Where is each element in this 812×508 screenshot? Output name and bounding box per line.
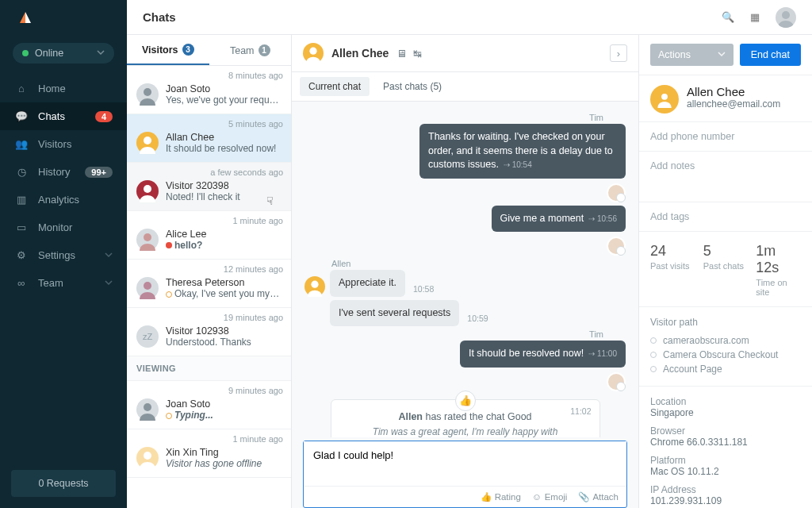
rating-button[interactable]: 👍 Rating — [481, 491, 521, 502]
home-icon: ⌂ — [14, 83, 29, 94]
rating-timestamp: 11:02 — [570, 406, 591, 416]
history-icon: ◷ — [14, 166, 29, 178]
add-tags-field[interactable]: Add tags — [639, 202, 812, 232]
avatar — [136, 180, 159, 202]
search-icon[interactable]: 🔍 — [722, 11, 734, 23]
sender-label: Tim — [304, 329, 626, 339]
nav-visitors-label: Visitors — [38, 138, 71, 150]
avatar — [136, 447, 159, 469]
nav-history-label: History — [38, 166, 70, 178]
nav-analytics-label: Analytics — [38, 194, 79, 206]
chat-item[interactable]: 1 minute ago Alice Leehello? — [127, 211, 291, 260]
rating-card: 👍 11:02 Allen has rated the chat Good Ti… — [331, 399, 600, 438]
chat-name: Xin Xin Ting — [166, 447, 282, 458]
chat-time: 1 minute ago — [232, 434, 283, 444]
requests-button[interactable]: 0 Requests — [11, 470, 116, 497]
message-bubble: Thanks for waiting. I've checked on your… — [419, 124, 626, 179]
apps-icon[interactable]: ▦ — [750, 11, 760, 23]
info-value: 101.239.931.109 — [650, 495, 801, 506]
attach-button[interactable]: 📎 Attach — [578, 491, 619, 502]
chat-name: Joan Soto — [166, 83, 282, 94]
collapse-panel-button[interactable]: › — [610, 44, 627, 62]
gear-icon: ⚙ — [14, 249, 29, 261]
status-label: Online — [35, 48, 63, 59]
info-key: Location — [650, 396, 801, 407]
conv-title: Allen Chee — [331, 47, 389, 60]
message-bubble: I've sent several requests — [330, 300, 459, 327]
subtab-past[interactable]: Past chats (5) — [374, 77, 450, 96]
add-phone-field[interactable]: Add phone number — [639, 122, 812, 152]
nav-monitor-label: Monitor — [38, 221, 72, 233]
visitor-path-item[interactable]: Camera Obscura Checkout — [650, 348, 801, 362]
avatar — [304, 276, 325, 297]
emoji-button[interactable]: ☺ Emoji — [532, 491, 568, 502]
chat-item[interactable]: 5 minutes ago Allan CheeIt should be res… — [127, 114, 291, 163]
chat-icon: 💬 — [14, 110, 29, 122]
tab-team-label: Team — [230, 45, 255, 56]
analytics-icon: ▥ — [14, 194, 29, 206]
info-key: Browser — [650, 425, 801, 437]
chat-name: Visitor 320398 — [166, 180, 282, 191]
chat-preview: Visitor has gone offline — [166, 458, 282, 469]
info-value: Chrome 66.0.3311.181 — [650, 437, 801, 448]
svg-point-8 — [144, 403, 151, 411]
tab-team[interactable]: Team1 — [209, 35, 292, 65]
chevron-down-icon — [718, 49, 726, 60]
chat-item[interactable]: 8 minutes ago Joan SotoYes, we've got yo… — [127, 66, 291, 114]
chat-name: Visitor 102938 — [166, 325, 282, 337]
end-chat-button[interactable]: End chat — [740, 44, 801, 66]
avatar — [303, 43, 324, 64]
message-input[interactable] — [304, 441, 626, 486]
svg-point-11 — [311, 280, 318, 287]
tab-visitors[interactable]: Visitors3 — [127, 35, 209, 65]
chat-item[interactable]: 12 minutes ago Theresa PetersonOkay, I'v… — [127, 260, 291, 308]
svg-point-7 — [144, 282, 151, 290]
message-composer[interactable]: 👍 Rating ☺ Emoji 📎 Attach — [303, 441, 627, 508]
svg-point-6 — [144, 233, 151, 241]
team-icon: ∞ — [14, 277, 29, 289]
stat-value: 1m 12s — [756, 243, 801, 276]
chat-time: 19 minutes ago — [224, 313, 283, 322]
page-title: Chats — [143, 10, 176, 24]
sender-label: Allen — [304, 259, 626, 268]
nav-chats[interactable]: 💬Chats4 — [0, 102, 127, 130]
visitor-email: allenchee@email.com — [687, 98, 780, 110]
svg-marker-0 — [20, 12, 25, 23]
chat-preview: Understood. Thanks — [166, 337, 282, 348]
subtab-current[interactable]: Current chat — [300, 77, 370, 96]
status-selector[interactable]: Online — [13, 43, 114, 64]
visitor-name: Allen Chee — [687, 85, 780, 98]
nav-chats-label: Chats — [38, 110, 65, 122]
nav-visitors[interactable]: 👥Visitors — [0, 130, 127, 158]
nav-history[interactable]: ◷History99+ — [0, 158, 127, 186]
chat-item[interactable]: 1 minute ago Xin Xin TingVisitor has gon… — [127, 429, 291, 478]
chat-item[interactable]: 19 minutes ago zZ Visitor 102938Understo… — [127, 308, 291, 356]
chat-item[interactable]: a few seconds ago Visitor 320398Noted! I… — [127, 163, 291, 211]
nav-team[interactable]: ∞Team — [0, 269, 127, 297]
visitor-path-item[interactable]: cameraobscura.com — [650, 333, 801, 348]
nav-monitor[interactable]: ▭Monitor — [0, 214, 127, 241]
chat-name: Theresa Peterson — [166, 277, 282, 288]
brand-logo — [0, 0, 127, 35]
stat-value: 5 — [703, 243, 749, 260]
chat-name: Allan Chee — [166, 132, 282, 143]
nav-settings[interactable]: ⚙Settings — [0, 241, 127, 269]
visitor-path-item[interactable]: Account Page — [650, 362, 801, 376]
status-dot-icon — [22, 50, 29, 56]
avatar — [136, 83, 159, 106]
chat-item[interactable]: 9 minutes ago Joan SotoTyping... — [127, 381, 291, 429]
nav-home[interactable]: ⌂Home — [0, 75, 127, 102]
chat-time: 9 minutes ago — [228, 386, 283, 395]
info-key: Platform — [650, 455, 801, 466]
visitors-icon: 👥 — [14, 138, 29, 150]
svg-point-3 — [144, 88, 151, 96]
actions-dropdown[interactable]: Actions — [650, 44, 733, 66]
chat-time: 12 minutes ago — [224, 264, 283, 274]
add-notes-field[interactable]: Add notes — [639, 152, 812, 202]
chevron-down-icon — [97, 48, 105, 59]
svg-marker-1 — [25, 12, 31, 23]
rating-comment: Tim was a great agent, I'm really happy … — [363, 425, 568, 438]
user-avatar[interactable] — [776, 7, 796, 28]
transfer-icon[interactable]: ↹ — [413, 48, 422, 60]
nav-analytics[interactable]: ▥Analytics — [0, 186, 127, 214]
